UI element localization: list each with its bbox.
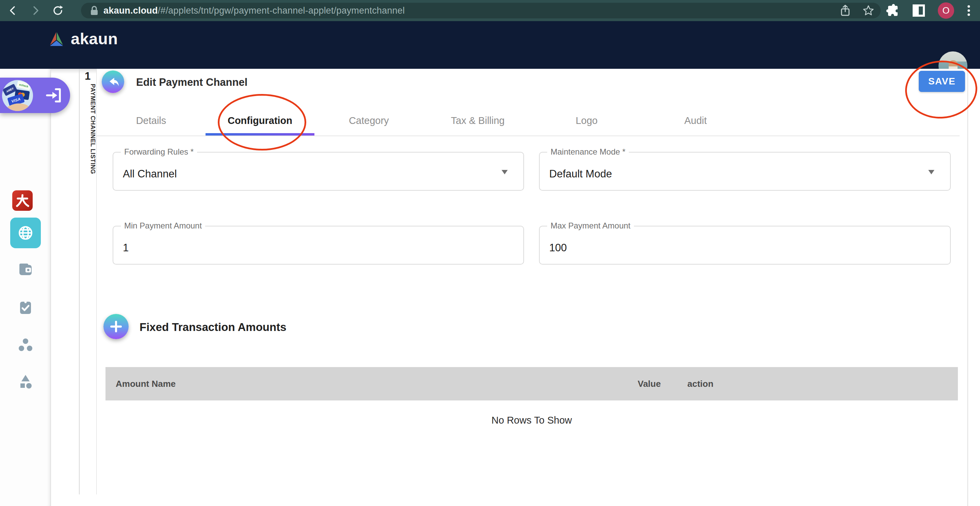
column-header-amount-name[interactable]: Amount Name (116, 367, 176, 401)
browser-profile-avatar[interactable]: O (938, 2, 954, 19)
browser-reload-button[interactable] (48, 2, 67, 19)
tab-details[interactable]: Details (97, 105, 205, 136)
back-curved-arrow-icon (106, 75, 120, 89)
section-title: Fixed Transaction Amounts (140, 321, 286, 334)
reload-icon (52, 5, 64, 17)
min-payment-amount-input[interactable] (123, 242, 455, 254)
plus-icon (109, 320, 123, 334)
save-button[interactable]: SAVE (919, 71, 965, 92)
min-payment-amount-label: Min Payment Amount (121, 221, 205, 230)
column-header-value[interactable]: Value (638, 367, 661, 401)
browser-back-button[interactable] (3, 2, 22, 19)
dots-cluster-icon (18, 338, 34, 353)
rail-item-groups[interactable] (18, 337, 34, 353)
url-text: akaun.cloud/#/applets/tnt/pgw/payment-ch… (103, 5, 404, 16)
forwarding-rules-select[interactable]: Forwarding Rules * All Channel (113, 152, 524, 191)
forwarding-rules-label: Forwarding Rules * (121, 147, 197, 156)
browser-forward-button[interactable] (26, 2, 45, 19)
chevron-down-icon (501, 170, 508, 174)
side-panel-icon[interactable] (912, 4, 926, 18)
rail-item-tasks[interactable] (18, 299, 34, 315)
extensions-puzzle-icon[interactable] (885, 3, 900, 18)
share-icon[interactable] (840, 5, 851, 17)
applet-rail (0, 69, 51, 506)
page-title: Edit Payment Channel (136, 76, 247, 89)
browser-toolbar: akaun.cloud/#/applets/tnt/pgw/payment-ch… (0, 0, 980, 21)
browser-actions: O (885, 0, 980, 21)
applet-tab-label[interactable]: PAYMENT CHANNEL LISTING (79, 84, 96, 174)
rail-item-payment-gateway-active[interactable] (10, 217, 41, 248)
applet-tab-number: 1 (79, 70, 96, 82)
url-path: /#/applets/tnt/pgw/payment-channel-apple… (158, 5, 405, 16)
tab-audit[interactable]: Audit (641, 105, 750, 136)
app-header: akaun (0, 21, 980, 69)
tab-divider (97, 136, 959, 136)
back-button[interactable] (102, 70, 124, 93)
sign-in-arrow-icon (46, 86, 63, 104)
back-arrow-icon (7, 5, 19, 17)
url-domain: akaun.cloud (103, 5, 158, 16)
table-header: Amount Name Value action (105, 367, 958, 401)
rail-item-da-applet[interactable] (12, 190, 33, 211)
add-fixed-amount-button[interactable] (103, 314, 129, 339)
lock-icon (90, 5, 99, 16)
wallet-icon (18, 262, 34, 278)
max-payment-amount-label: Max Payment Amount (547, 221, 634, 230)
tab-configuration[interactable]: Configuration (205, 105, 314, 136)
echeck-card: echeck (16, 80, 31, 90)
rail-item-shapes[interactable] (18, 374, 34, 390)
akaun-triangle-icon (47, 30, 66, 48)
maintenance-mode-select[interactable]: Maintenance Mode * Default Mode (539, 152, 951, 191)
active-applet-pill-payment[interactable]: echeck AMEX VISA (0, 78, 70, 113)
max-payment-amount-input[interactable] (549, 242, 882, 254)
maintenance-mode-label: Maintenance Mode * (547, 147, 629, 156)
globe-icon (16, 223, 35, 243)
address-bar[interactable]: akaun.cloud/#/applets/tnt/pgw/payment-ch… (81, 3, 881, 18)
brand-name: akaun (71, 29, 118, 48)
min-payment-amount-field: Min Payment Amount (113, 226, 524, 265)
payment-cards-illustration: echeck AMEX VISA (2, 80, 33, 111)
tab-category[interactable]: Category (314, 105, 423, 136)
main-content: Edit Payment Channel SAVE Details Config… (97, 69, 980, 506)
forward-arrow-icon (29, 5, 41, 17)
brand-logo[interactable]: akaun (47, 29, 118, 48)
tab-tax-billing[interactable]: Tax & Billing (423, 105, 532, 136)
tab-bar: Details Configuration Category Tax & Bil… (97, 105, 750, 136)
column-header-action[interactable]: action (687, 367, 714, 401)
rail-item-wallet[interactable] (18, 262, 34, 278)
maintenance-mode-value: Default Mode (549, 168, 882, 180)
tab-logo[interactable]: Logo (532, 105, 641, 136)
chevron-down-icon (928, 170, 934, 174)
forwarding-rules-value: All Channel (123, 168, 455, 180)
scrollbar-track[interactable] (967, 69, 968, 506)
max-payment-amount-field: Max Payment Amount (539, 226, 951, 265)
hand-illustration (5, 102, 30, 111)
kebab-menu-icon[interactable] (966, 4, 971, 18)
fixed-amounts-table: Amount Name Value action No Rows To Show (105, 367, 958, 479)
shapes-icon (18, 374, 34, 390)
clipboard-check-icon (18, 299, 34, 315)
table-empty-message: No Rows To Show (105, 415, 958, 426)
screenshot-root: akaun.cloud/#/applets/tnt/pgw/payment-ch… (0, 0, 980, 506)
active-tab-underline (205, 133, 314, 136)
address-bar-actions (840, 3, 875, 18)
bookmark-star-icon[interactable] (862, 5, 875, 17)
da-character-icon (15, 193, 30, 208)
